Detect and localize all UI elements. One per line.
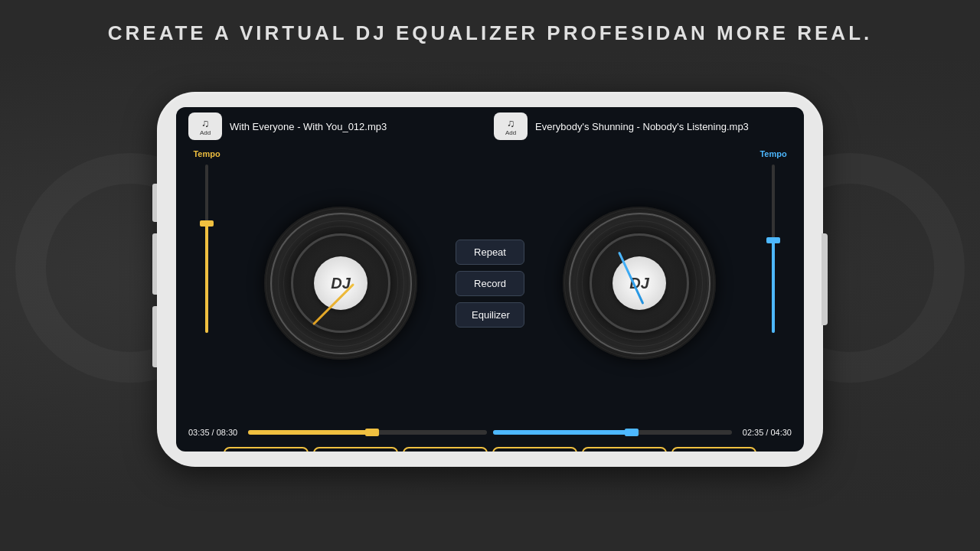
phone-side-btn2	[152, 233, 157, 295]
left-turntable-section: DJ	[230, 145, 452, 421]
right-tempo-thumb[interactable]	[766, 237, 780, 243]
right-tempo-track	[772, 165, 775, 333]
right-add-label: Add	[505, 129, 516, 136]
phone-side-btn1	[152, 184, 157, 222]
right-turntable-section: DJ	[528, 145, 750, 421]
equilizer-button[interactable]: Equilizer	[456, 302, 524, 328]
right-tempo-label: Tempo	[760, 149, 786, 158]
left-progress-fill	[248, 430, 372, 435]
right-turntable-outer: DJ	[563, 207, 716, 360]
left-time: 03:35 / 08:30	[188, 428, 242, 437]
effect-drum-1[interactable]: Drum	[313, 447, 398, 452]
effect-loop-1[interactable]: Loop	[403, 447, 488, 452]
main-content: Tempo	[176, 145, 804, 421]
progress-section: 03:35 / 08:30 02:35 / 04:30	[176, 421, 804, 444]
right-track-name: Everybody's Shunning - Nobody's Listenin…	[535, 121, 792, 132]
left-turntable-outer: DJ	[264, 207, 417, 360]
left-tempo-thumb[interactable]	[200, 220, 214, 227]
effect-row-1-container: ⏸ Bass Drum Loop Synth Vocal Lead Bass D…	[176, 444, 804, 452]
music-icon-left: ♫	[201, 117, 210, 129]
left-add-button[interactable]: ♫ Add	[188, 112, 222, 140]
effect-row-1: Bass Drum Loop Synth Vocal Lead	[224, 447, 756, 452]
repeat-button[interactable]: Repeat	[456, 240, 524, 265]
effect-synth-1[interactable]: Synth	[492, 447, 577, 452]
left-tempo-fill	[205, 223, 208, 333]
effect-rows: Bass Drum Loop Synth Vocal Lead Bass Dru…	[224, 447, 756, 452]
right-turntable[interactable]: DJ	[563, 207, 716, 360]
right-progress-thumb[interactable]	[625, 429, 639, 436]
top-bar: ♫ Add With Everyone - With You_012.mp3 ♫…	[176, 107, 804, 145]
left-progress-thumb[interactable]	[365, 429, 379, 436]
left-tempo-section: Tempo	[184, 145, 230, 421]
left-progress-bar[interactable]	[248, 430, 487, 435]
effect-lead-1[interactable]: Lead	[671, 447, 756, 452]
right-label-ring: DJ	[590, 233, 689, 333]
right-add-button[interactable]: ♫ Add	[494, 112, 528, 140]
left-tempo-label: Tempo	[193, 149, 220, 158]
phone-side-btn-right	[822, 233, 828, 325]
right-tempo-fill	[772, 240, 775, 333]
right-dj-center: DJ	[612, 256, 666, 310]
right-tempo-section: Tempo	[750, 145, 796, 421]
right-time: 02:35 / 04:30	[738, 428, 792, 437]
left-dj-center: DJ	[314, 256, 368, 310]
effect-bass-1[interactable]: Bass	[224, 447, 309, 452]
center-buttons: Repeat Record Equilizer	[452, 145, 528, 421]
phone-frame: ♫ Add With Everyone - With You_012.mp3 ♫…	[157, 92, 823, 467]
effect-vocal-1[interactable]: Vocal	[582, 447, 667, 452]
page-title: CREATE A VIRTUAL DJ EQUALIZER PROFESIDAN…	[0, 21, 980, 45]
screen: ♫ Add With Everyone - With You_012.mp3 ♫…	[176, 107, 804, 452]
left-label-ring: DJ	[291, 233, 390, 333]
phone-side-btn3	[152, 306, 157, 367]
left-track-name: With Everyone - With You_012.mp3	[230, 121, 486, 132]
record-button[interactable]: Record	[456, 271, 524, 296]
left-turntable[interactable]: DJ	[264, 207, 417, 360]
music-icon-right: ♫	[507, 117, 515, 129]
right-progress-bar[interactable]	[493, 430, 732, 435]
left-tempo-track	[205, 165, 208, 333]
left-add-label: Add	[200, 129, 211, 136]
right-progress-fill	[493, 430, 632, 435]
